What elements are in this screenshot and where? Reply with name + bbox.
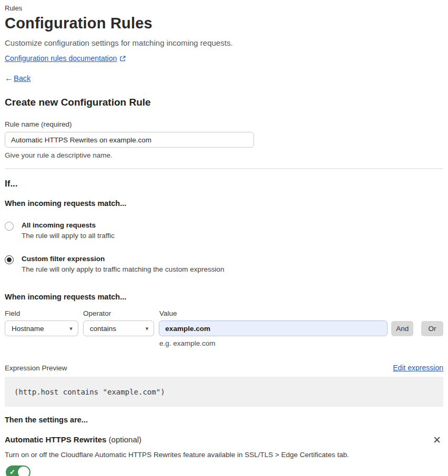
doc-link-row: Configuration rules documentation [5,54,443,63]
radio-texts: All incoming requests The rule will appl… [22,221,115,240]
builder-labels-row: Field Operator Value [5,309,443,317]
chevron-down-icon: ▾ [69,325,73,332]
radio-texts: Custom filter expression The rule will o… [22,255,224,273]
setting-description: Turn on or off the Cloudflare Automatic … [5,451,443,459]
operator-label: Operator [83,309,159,317]
edit-expression-link[interactable]: Edit expression [393,364,443,372]
rule-name-help: Give your rule a descriptive name. [5,151,443,159]
match-heading-2: When incoming requests match... [5,293,443,301]
chevron-down-icon: ▾ [146,325,149,332]
operator-select-value: contains [90,325,116,333]
radio-label: Custom filter expression [22,255,224,263]
section-divider [5,168,443,169]
toggle-knob [18,467,29,476]
setting-header-row: Automatic HTTPS Rewrites (optional) ✕ [5,435,441,445]
close-icon[interactable]: ✕ [433,435,441,445]
field-label: Field [5,309,83,317]
value-example-text: e.g. example.com [159,339,443,347]
radio-description: The rule will apply to all traffic [22,232,115,240]
setting-title: Automatic HTTPS Rewrites (optional) [5,435,141,444]
configuration-rules-page: Rules Configuration Rules Customize conf… [0,0,448,476]
value-label: Value [159,309,177,317]
field-select[interactable]: Hostname ▾ [5,320,78,336]
breadcrumb: Rules [5,4,443,12]
expression-preview-header: Expression Preview Edit expression [5,364,443,372]
checkmark-icon: ✓ [9,468,15,476]
expression-preview-label: Expression Preview [5,364,67,372]
match-heading-1: When incoming requests match... [5,199,443,208]
or-button[interactable]: Or [421,321,443,336]
back-arrow-icon: ← [5,74,13,83]
rule-name-label: Rule name (required) [5,120,443,128]
if-heading: If... [5,179,443,189]
external-link-icon [119,55,126,62]
setting-title-name: Automatic HTTPS Rewrites [5,435,106,444]
radio-selected-icon[interactable] [5,255,14,264]
rule-name-input[interactable] [5,132,254,148]
expression-builder-row: Hostname ▾ contains ▾ And Or [5,320,443,336]
radio-all-incoming-requests[interactable]: All incoming requests The rule will appl… [5,221,443,240]
create-rule-title: Create new Configuration Rule [5,97,443,108]
and-button[interactable]: And [391,321,413,336]
page-subtitle: Customize configuration settings for mat… [5,38,443,47]
radio-label: All incoming requests [22,221,115,229]
automatic-https-rewrites-toggle[interactable]: ✓ [6,465,30,476]
operator-select[interactable]: contains ▾ [83,320,155,336]
value-input[interactable] [159,320,388,336]
radio-custom-filter-expression[interactable]: Custom filter expression The rule will o… [5,255,443,273]
radio-unselected-icon[interactable] [5,222,14,231]
then-settings-heading: Then the settings are... [5,416,443,424]
expression-code: (http.host contains "example.com") [14,388,165,396]
radio-description: The rule will only apply to traffic matc… [22,265,224,273]
documentation-link[interactable]: Configuration rules documentation [5,54,117,63]
expression-preview-box: (http.host contains "example.com") [5,377,443,407]
page-title: Configuration Rules [5,15,443,32]
setting-optional-suffix: (optional) [106,435,141,444]
back-link[interactable]: Back [14,74,30,82]
field-select-value: Hostname [12,325,44,333]
back-row: ← Back [5,74,443,83]
